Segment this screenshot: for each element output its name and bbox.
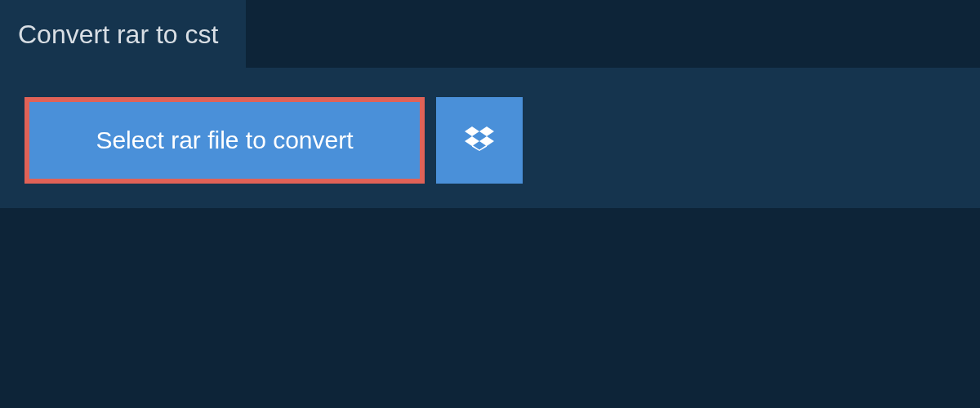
button-row: Select rar file to convert — [0, 68, 980, 184]
select-file-label: Select rar file to convert — [96, 126, 353, 154]
dropbox-button[interactable] — [436, 97, 523, 184]
upload-panel: Select rar file to convert — [0, 68, 980, 208]
select-file-button[interactable]: Select rar file to convert — [24, 97, 425, 184]
dropbox-icon — [465, 124, 494, 157]
page-title: Convert rar to cst — [0, 0, 246, 68]
